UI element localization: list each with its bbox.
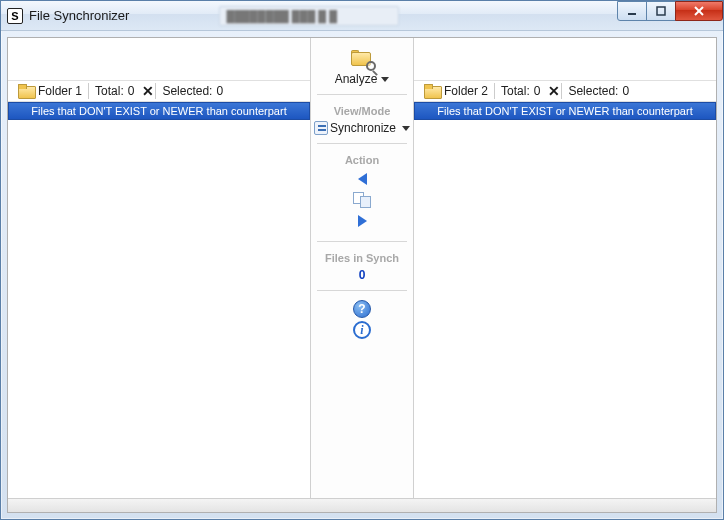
minimize-icon [626,5,638,17]
left-spacer [8,38,310,80]
close-icon [692,5,706,17]
synchronize-icon [314,121,328,135]
status-strip [8,498,716,512]
x-icon: ✕ [142,83,154,99]
help-button[interactable]: ? [353,300,371,318]
arrow-right-icon [358,215,367,227]
left-pane: Folder 1 Total: 0 ✕ Selected: 0 [8,38,311,498]
analyze-icon [351,50,373,68]
files-in-synch-heading: Files in Synch [311,252,413,264]
right-selected-label: Selected: [568,84,618,98]
panes: Folder 1 Total: 0 ✕ Selected: 0 [8,38,716,498]
right-total: Total: 0 [495,81,546,101]
right-total-value: 0 [534,84,541,98]
left-clear-button[interactable]: ✕ [140,84,155,99]
left-selected-label: Selected: [162,84,212,98]
left-folder-header: Folder 1 Total: 0 ✕ Selected: 0 [8,80,310,102]
left-file-list[interactable] [8,120,310,498]
right-total-label: Total: [501,84,530,98]
analyze-label: Analyze [335,72,378,86]
maximize-button[interactable] [646,1,676,21]
files-in-synch-count: 0 [311,268,413,282]
app-window: S File Synchronizer ████████ ███ █ █ [0,0,724,520]
viewmode-dropdown[interactable]: Synchronize [311,121,413,135]
help-icon: ? [358,302,365,316]
info-icon: i [360,323,363,338]
folder-icon [424,84,440,98]
arrow-left-icon [358,173,367,185]
chevron-down-icon [402,126,410,131]
left-total: Total: 0 [89,81,140,101]
right-selected: Selected: 0 [562,81,635,101]
svg-rect-0 [628,13,636,15]
left-banner: Files that DON'T EXIST or NEWER than cou… [8,102,310,120]
left-total-label: Total: [95,84,124,98]
analyze-button[interactable]: Analyze [311,44,413,86]
right-clear-button[interactable]: ✕ [546,84,561,99]
viewmode-value: Synchronize [330,121,396,135]
background-tab: ████████ ███ █ █ [219,6,399,26]
titlebar: S File Synchronizer ████████ ███ █ █ [1,1,723,31]
action-heading: Action [311,154,413,166]
right-folder-header: Folder 2 Total: 0 ✕ Selected: 0 [414,80,716,102]
left-selected-value: 0 [216,84,223,98]
copy-both-icon [353,192,371,208]
viewmode-block: View/Mode Synchronize [311,95,413,143]
svg-rect-1 [657,7,665,15]
right-pane: Folder 2 Total: 0 ✕ Selected: 0 [413,38,716,498]
center-pane: Analyze View/Mode Synchronize [311,38,413,498]
copy-both-button[interactable] [352,191,372,209]
left-folder-label: Folder 1 [38,84,82,98]
left-total-value: 0 [128,84,135,98]
right-folder-label: Folder 2 [444,84,488,98]
help-block: ? i [311,291,413,350]
action-block: Action [311,144,413,241]
x-icon: ✕ [548,83,560,99]
copy-right-button[interactable] [352,212,372,230]
right-spacer [414,38,716,80]
files-in-synch-block: Files in Synch 0 [311,242,413,290]
minimize-button[interactable] [617,1,647,21]
app-icon: S [7,8,23,24]
viewmode-heading: View/Mode [311,105,413,117]
right-banner: Files that DON'T EXIST or NEWER than cou… [414,102,716,120]
right-selected-value: 0 [622,84,629,98]
folder-icon [18,84,34,98]
chevron-down-icon [381,77,389,82]
right-file-list[interactable] [414,120,716,498]
info-button[interactable]: i [353,321,371,339]
left-folder-button[interactable]: Folder 1 [12,81,88,101]
right-folder-button[interactable]: Folder 2 [418,81,494,101]
close-button[interactable] [675,1,723,21]
window-controls [618,1,723,21]
window-title: File Synchronizer [29,8,129,23]
analyze-block: Analyze [311,38,413,94]
left-selected: Selected: 0 [156,81,229,101]
maximize-icon [655,5,667,17]
copy-left-button[interactable] [352,170,372,188]
client-area: Folder 1 Total: 0 ✕ Selected: 0 [7,37,717,513]
